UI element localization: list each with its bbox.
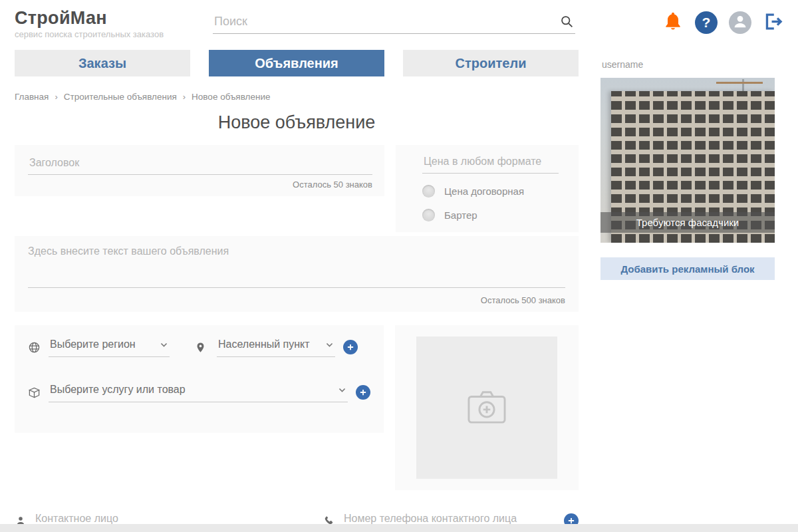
tab-orders-label: Заказы (78, 56, 126, 71)
barter-label: Бартер (444, 209, 477, 221)
text-counter: Осталось 500 знаков (28, 295, 565, 305)
region-city-row: Выберите регион Населенный пункт (28, 337, 370, 357)
profile-button[interactable] (729, 11, 751, 34)
sidebar: username Требуются фасадчики Добавить ре… (600, 50, 775, 531)
footer-strip (0, 524, 798, 532)
title-input[interactable] (28, 154, 372, 175)
form-row-location-photo: Выберите регион Населенный пункт (15, 325, 579, 490)
ad-text-input[interactable] (28, 245, 565, 288)
add-photo-icon (466, 388, 507, 428)
service-row: Выберите услугу или товар (28, 382, 370, 402)
user-icon (732, 13, 749, 33)
photo-panel (395, 325, 579, 490)
chevron-down-icon (325, 340, 334, 349)
header-icons: ? (662, 11, 783, 35)
page-title: Новое объявление (15, 112, 579, 133)
ad-text-panel: Осталось 500 знаков (15, 236, 579, 312)
main-column: Заказы Объявления Строители Главная › Ст… (15, 50, 579, 531)
header: СтройМан сервис поиска строительных зака… (0, 0, 798, 39)
help-button[interactable]: ? (695, 11, 718, 34)
globe-icon (28, 341, 41, 354)
search-icon[interactable] (560, 15, 574, 31)
location-pin-icon (195, 341, 206, 354)
ad-banner-caption: Требуются фасадчики (600, 212, 775, 233)
region-select-value: Выберите регион (50, 338, 136, 350)
region-select[interactable]: Выберите регион (49, 337, 170, 357)
logout-button[interactable] (763, 11, 783, 35)
tab-orders[interactable]: Заказы (15, 50, 190, 76)
add-service-button[interactable] (356, 385, 370, 400)
service-select[interactable]: Выберите услугу или товар (49, 382, 348, 402)
bell-icon (662, 11, 684, 35)
barter-option[interactable]: Бартер (422, 209, 559, 221)
photo-upload-area[interactable] (416, 336, 557, 479)
notifications-button[interactable] (662, 11, 684, 35)
breadcrumb-separator: › (55, 92, 57, 102)
help-icon: ? (702, 15, 711, 31)
price-panel: Цена договорная Бартер (396, 145, 579, 232)
add-city-button[interactable] (343, 340, 358, 354)
title-counter: Осталось 50 знаков (28, 180, 372, 190)
logo-subtitle: сервис поиска строительных заказов (15, 29, 201, 39)
nav-tabs: Заказы Объявления Строители (15, 50, 579, 76)
breadcrumb-current: Новое объявление (192, 92, 270, 102)
location-panel: Выберите регион Населенный пункт (15, 325, 384, 433)
breadcrumb-home[interactable]: Главная (15, 92, 49, 102)
content: Заказы Объявления Строители Главная › Ст… (0, 50, 798, 531)
price-input[interactable] (422, 153, 559, 174)
search-input[interactable] (213, 13, 575, 34)
chevron-down-icon (338, 386, 346, 394)
page: СтройМан сервис поиска строительных зака… (0, 0, 798, 532)
add-ad-block-button[interactable]: Добавить рекламный блок (600, 257, 775, 280)
crane-decoration (716, 82, 763, 84)
breadcrumb: Главная › Строительные объявления › Ново… (15, 92, 579, 102)
city-select[interactable]: Населенный пункт (217, 337, 335, 357)
form-row-title-price: Осталось 50 знаков Цена договорная Барте… (15, 145, 579, 232)
logout-icon (763, 11, 783, 35)
radio-icon (422, 209, 435, 221)
ad-banner[interactable]: Требуются фасадчики (600, 78, 775, 243)
breadcrumb-separator: › (183, 92, 186, 102)
radio-icon (422, 185, 435, 198)
breadcrumb-ads[interactable]: Строительные объявления (64, 92, 177, 102)
title-panel: Осталось 50 знаков (15, 145, 384, 196)
logo[interactable]: СтройМан сервис поиска строительных зака… (15, 8, 201, 39)
tab-ads-label: Объявления (255, 56, 338, 71)
search-bar (213, 13, 575, 34)
city-select-value: Населенный пункт (218, 338, 310, 350)
logo-title: СтройМан (15, 8, 201, 29)
tab-ads[interactable]: Объявления (209, 50, 384, 76)
chevron-down-icon (160, 340, 168, 349)
tab-builders-label: Строители (456, 56, 527, 71)
add-ad-block-label: Добавить рекламный блок (620, 263, 754, 275)
price-negotiable-option[interactable]: Цена договорная (422, 185, 559, 198)
service-select-value: Выберите услугу или товар (50, 384, 186, 396)
package-icon (28, 386, 41, 399)
price-negotiable-label: Цена договорная (444, 186, 524, 197)
username-label: username (602, 59, 775, 70)
tab-builders[interactable]: Строители (403, 50, 579, 76)
